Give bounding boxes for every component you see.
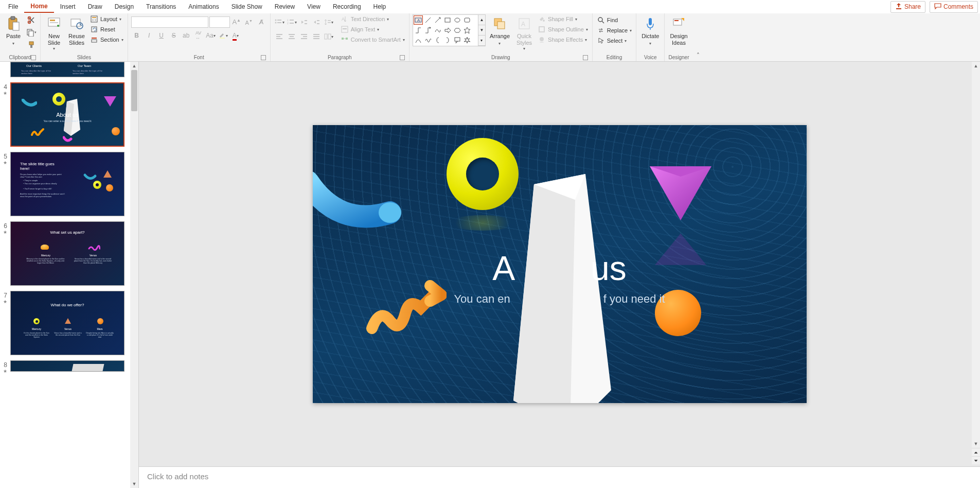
slide-thumbnail-4[interactable]: About us You can enter a subtitle here i… xyxy=(10,82,124,147)
shape-scribble[interactable] xyxy=(423,36,433,45)
underline-button[interactable]: U xyxy=(156,30,167,41)
gallery-up-icon[interactable]: ▲ xyxy=(478,15,485,25)
comments-button[interactable]: Comments xyxy=(930,1,978,13)
cut-button[interactable] xyxy=(26,14,37,26)
change-case-button[interactable]: Aa▾ xyxy=(205,30,217,41)
tab-help[interactable]: Help xyxy=(367,1,393,12)
slide-canvas[interactable]: About us You can enter a subtitle here i… xyxy=(313,125,807,403)
white-prism-shape[interactable] xyxy=(503,174,616,403)
slide-thumbnail-7[interactable]: What do we offer? Mercury Venus Mars It'… xyxy=(10,291,124,355)
tab-view[interactable]: View xyxy=(301,1,327,12)
slide-thumbnail-6[interactable]: What set us apart? Mercury Venus Mercury… xyxy=(10,221,124,286)
shape-star[interactable] xyxy=(462,26,472,35)
scroll-thumb[interactable] xyxy=(131,70,137,111)
shapes-gallery[interactable]: A xyxy=(413,14,478,46)
font-launcher[interactable] xyxy=(261,55,266,60)
editor-vertical-scrollbar[interactable]: ▲ ▼ ⏶ ⏷ xyxy=(972,62,980,464)
increase-indent-button[interactable] xyxy=(311,16,322,28)
slide-thumbnail-8[interactable] xyxy=(10,360,124,372)
clear-formatting-button[interactable]: A̸ xyxy=(256,16,267,28)
shape-effects-button[interactable]: Shape Effects ▾ xyxy=(537,35,589,44)
slide-subtitle-text[interactable]: You can enter a subtitle here if you nee… xyxy=(313,292,807,306)
slide-title-text[interactable]: About us xyxy=(313,249,807,288)
justify-button[interactable] xyxy=(311,31,322,42)
collapse-ribbon-button[interactable]: ˄ xyxy=(693,13,703,61)
editor-scroll-down-icon[interactable]: ▼ xyxy=(972,440,980,448)
layout-button[interactable]: Layout ▾ xyxy=(89,14,124,24)
thumbnail-scrollbar[interactable]: ▲ ▼ xyxy=(130,62,138,488)
font-name-input[interactable] xyxy=(131,16,208,28)
gallery-more-icon[interactable]: ▾ xyxy=(478,36,485,46)
select-button[interactable]: Select ▾ xyxy=(596,36,633,45)
notes-pane[interactable]: Click to add notes xyxy=(139,466,980,488)
paste-button[interactable]: Paste▾ xyxy=(3,14,24,47)
clipboard-launcher[interactable] xyxy=(31,55,36,60)
shape-connector[interactable] xyxy=(414,26,423,35)
highlight-button[interactable]: ▾ xyxy=(218,30,229,41)
editor-scroll-up-icon[interactable]: ▲ xyxy=(972,62,980,70)
tab-design[interactable]: Design xyxy=(109,1,140,12)
decrease-font-button[interactable]: A▼ xyxy=(243,16,255,28)
shape-callout[interactable] xyxy=(453,36,462,45)
tab-draw[interactable]: Draw xyxy=(82,1,109,12)
shape-outline-button[interactable]: Shape Outline ▾ xyxy=(537,25,589,34)
bold-button[interactable]: B xyxy=(131,30,142,41)
format-painter-button[interactable] xyxy=(26,39,37,50)
shape-rounded-rect[interactable] xyxy=(462,15,472,25)
align-left-button[interactable] xyxy=(274,31,285,42)
shapes-gallery-scroll[interactable]: ▲ ▼ ▾ xyxy=(478,14,486,46)
tab-animations[interactable]: Animations xyxy=(182,1,225,12)
strike-button[interactable]: S xyxy=(168,30,180,41)
shape-brace-left[interactable] xyxy=(433,36,442,45)
drawing-launcher[interactable] xyxy=(583,55,588,60)
bullets-button[interactable]: ▾ xyxy=(274,16,285,28)
shape-arrow-connector[interactable] xyxy=(423,26,433,35)
shape-line[interactable] xyxy=(423,15,433,25)
shape-arrow-line[interactable] xyxy=(433,15,442,25)
reuse-slides-button[interactable]: Reuse Slides xyxy=(66,14,87,47)
shape-textbox[interactable]: A xyxy=(414,15,423,25)
shape-brace-right[interactable] xyxy=(443,36,452,45)
tab-slideshow[interactable]: Slide Show xyxy=(225,1,269,12)
design-ideas-button[interactable]: Design Ideas xyxy=(668,14,689,47)
scroll-up-icon[interactable]: ▲ xyxy=(130,62,138,70)
tab-insert[interactable]: Insert xyxy=(54,1,82,12)
copy-button[interactable]: ▾ xyxy=(26,27,37,38)
shape-freeform[interactable] xyxy=(433,26,442,35)
shadow-button[interactable]: ab xyxy=(181,30,192,41)
tab-transitions[interactable]: Transitions xyxy=(140,1,182,12)
line-spacing-button[interactable]: ▾ xyxy=(323,16,334,28)
editor-scroll-track[interactable] xyxy=(972,70,980,440)
scroll-down-icon[interactable]: ▼ xyxy=(130,480,138,488)
font-size-input[interactable] xyxy=(209,16,230,28)
dictate-button[interactable]: Dictate▾ xyxy=(639,14,661,47)
tab-recording[interactable]: Recording xyxy=(327,1,367,12)
columns-button[interactable]: ▾ xyxy=(323,31,334,42)
share-button[interactable]: Share xyxy=(890,1,925,13)
reset-button[interactable]: Reset xyxy=(89,25,124,34)
text-direction-button[interactable]: AText Direction ▾ xyxy=(340,14,406,24)
shape-hexagon[interactable] xyxy=(453,26,462,35)
replace-button[interactable]: Replace ▾ xyxy=(596,26,633,35)
decrease-indent-button[interactable] xyxy=(298,16,310,28)
quick-styles-button[interactable]: A Quick Styles ▾ xyxy=(514,14,534,52)
prev-slide-button[interactable]: ⏶ xyxy=(972,448,980,456)
font-color-button[interactable]: A▾ xyxy=(230,30,241,41)
shape-rect[interactable] xyxy=(443,15,452,25)
align-text-button[interactable]: Align Text ▾ xyxy=(340,25,406,34)
tab-home[interactable]: Home xyxy=(24,1,54,13)
shape-curve[interactable] xyxy=(414,36,423,45)
blue-tube-shape[interactable] xyxy=(313,171,405,233)
orange-squiggle-shape[interactable] xyxy=(364,280,447,341)
shape-fill-button[interactable]: Shape Fill ▾ xyxy=(537,14,589,24)
section-button[interactable]: Section ▾ xyxy=(89,35,124,44)
paragraph-launcher[interactable] xyxy=(400,55,405,60)
gallery-down-icon[interactable]: ▼ xyxy=(478,25,485,36)
shape-oval[interactable] xyxy=(453,15,462,25)
tab-review[interactable]: Review xyxy=(269,1,301,12)
purple-cone-shape[interactable] xyxy=(647,161,714,223)
char-spacing-button[interactable]: AV↔ xyxy=(193,30,204,41)
numbering-button[interactable]: 12▾ xyxy=(286,16,297,28)
italic-button[interactable]: I xyxy=(144,30,155,41)
shape-action-star[interactable] xyxy=(462,36,472,45)
